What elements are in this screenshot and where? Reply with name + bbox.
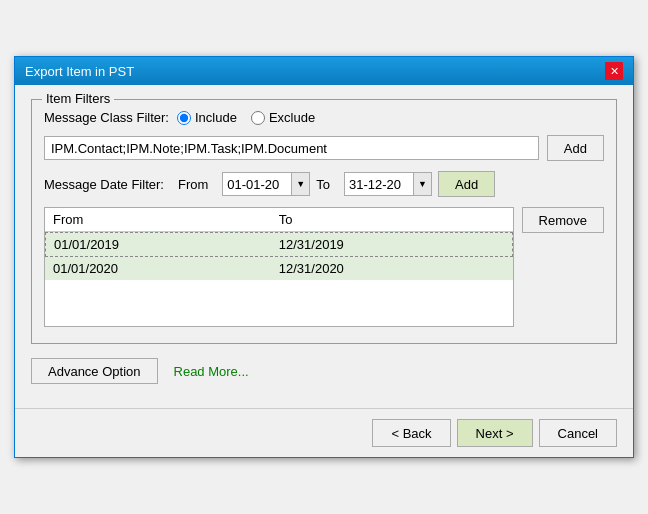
date-table: From To 01/01/2019 12/31/2019 01/01/2020… <box>44 207 514 327</box>
item-filters-group: Item Filters Message Class Filter: Inclu… <box>31 99 617 344</box>
dialog-body: Item Filters Message Class Filter: Inclu… <box>15 85 633 408</box>
to-header: To <box>279 210 505 229</box>
date-row-1[interactable]: 01/01/2019 12/31/2019 <box>45 232 513 257</box>
next-button[interactable]: Next > <box>457 419 533 447</box>
exclude-radio[interactable] <box>251 111 265 125</box>
from-date-input[interactable] <box>223 173 291 195</box>
read-more-link[interactable]: Read More... <box>174 364 249 379</box>
message-class-input[interactable] <box>44 136 539 160</box>
from-date-1: 01/01/2019 <box>54 235 279 254</box>
from-date-2: 01/01/2020 <box>53 259 279 278</box>
title-bar: Export Item in PST ✕ <box>15 57 633 85</box>
advance-option-button[interactable]: Advance Option <box>31 358 158 384</box>
add-class-button[interactable]: Add <box>547 135 604 161</box>
from-date-wrap: ▼ <box>222 172 310 196</box>
to-date-wrap: ▼ <box>344 172 432 196</box>
dialog-title: Export Item in PST <box>25 64 134 79</box>
exclude-label: Exclude <box>269 110 315 125</box>
message-class-input-row: Add <box>44 135 604 161</box>
to-date-dropdown[interactable]: ▼ <box>413 173 431 195</box>
add-date-button[interactable]: Add <box>438 171 495 197</box>
dialog-footer: < Back Next > Cancel <box>15 408 633 457</box>
to-date-input[interactable] <box>345 173 413 195</box>
to-date-2: 12/31/2020 <box>279 259 505 278</box>
close-button[interactable]: ✕ <box>605 62 623 80</box>
date-row-2[interactable]: 01/01/2020 12/31/2020 <box>45 257 513 280</box>
remove-button[interactable]: Remove <box>522 207 604 233</box>
exclude-radio-option[interactable]: Exclude <box>251 110 315 125</box>
to-label: To <box>316 177 330 192</box>
back-button[interactable]: < Back <box>372 419 450 447</box>
date-table-body: 01/01/2019 12/31/2019 01/01/2020 12/31/2… <box>45 231 513 280</box>
include-radio[interactable] <box>177 111 191 125</box>
include-label: Include <box>195 110 237 125</box>
message-date-label: Message Date Filter: <box>44 177 164 192</box>
remove-button-container: Remove <box>522 207 604 233</box>
table-and-remove: From To 01/01/2019 12/31/2019 01/01/2020… <box>44 207 604 329</box>
group-legend: Item Filters <box>42 91 114 106</box>
to-date-1: 12/31/2019 <box>279 235 504 254</box>
date-table-header: From To <box>45 208 513 231</box>
from-header: From <box>53 210 279 229</box>
bottom-actions: Advance Option Read More... <box>31 358 617 384</box>
include-radio-option[interactable]: Include <box>177 110 237 125</box>
message-class-row: Message Class Filter: Include Exclude <box>44 110 604 125</box>
from-label: From <box>178 177 208 192</box>
cancel-button[interactable]: Cancel <box>539 419 617 447</box>
export-dialog: Export Item in PST ✕ Item Filters Messag… <box>14 56 634 458</box>
message-class-label: Message Class Filter: <box>44 110 169 125</box>
radio-group: Include Exclude <box>177 110 315 125</box>
date-filter-row: Message Date Filter: From ▼ To ▼ Add <box>44 171 604 197</box>
from-date-dropdown[interactable]: ▼ <box>291 173 309 195</box>
